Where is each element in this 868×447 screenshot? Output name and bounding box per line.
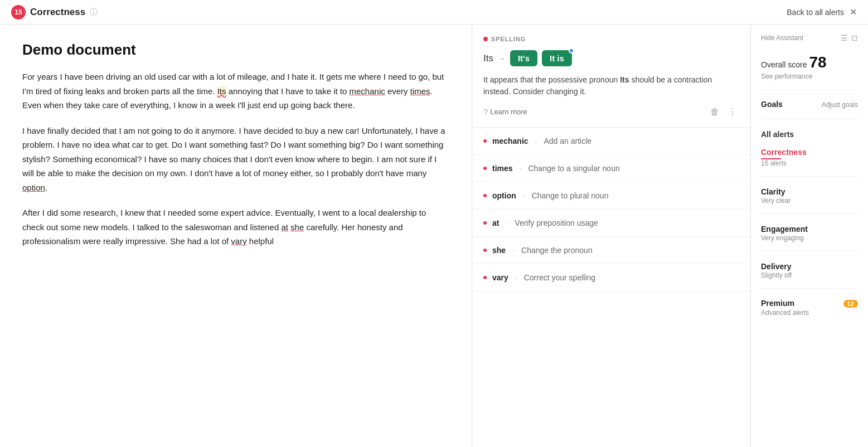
spelling-card: SPELLING Its → It's It is It appears tha… (472, 25, 750, 128)
goals-title[interactable]: Goals (761, 100, 783, 109)
engagement-section: Engagement Very engaging (761, 224, 858, 251)
alert-list: mechanic · Add an article times · Change… (472, 128, 750, 291)
card-description: It appears that the possessive pronoun I… (483, 74, 739, 98)
clarity-sub: Very clear (761, 197, 858, 205)
score-value-row: Overall score 78 (761, 54, 858, 71)
top-bar-right: Back to all alerts ✕ (787, 7, 857, 17)
original-word: Its (483, 53, 493, 64)
mechanic-underline: mechanic (350, 86, 385, 96)
overall-score-number: 78 (809, 54, 826, 71)
adjust-goals-link[interactable]: Adjust goals (822, 101, 858, 109)
arrow-icon: → (498, 54, 506, 63)
top-bar: 15 Correctness ⓘ Back to all alerts ✕ (0, 0, 868, 25)
vary-underline: vary (231, 236, 246, 246)
overall-score-label: Overall score (761, 60, 807, 69)
alert-suggestion: Verify preposition usage (515, 218, 598, 227)
document-title: Demo document (22, 41, 449, 59)
alert-separator: · (515, 273, 517, 282)
spelling-label-row: SPELLING (483, 36, 739, 42)
learn-more-link[interactable]: ? Learn more (483, 107, 527, 116)
its-highlight[interactable]: Its (217, 86, 226, 96)
engagement-sub: Very engaging (761, 234, 858, 242)
document-area: Demo document For years I have been driv… (0, 25, 472, 447)
alert-separator: · (523, 191, 525, 200)
all-alerts-link[interactable]: All alerts (761, 130, 794, 139)
clarity-section: Clarity Very clear (761, 187, 858, 214)
list-icon: ☰ (841, 33, 848, 42)
learn-more-text: Learn more (490, 108, 527, 116)
close-button[interactable]: ✕ (850, 7, 857, 17)
top-bar-title: Correctness (30, 7, 85, 18)
sidebar-header: Hide Assistant ☰ ⊡ (761, 33, 858, 42)
she-underline: she (290, 222, 304, 232)
right-sidebar: Hide Assistant ☰ ⊡ Overall score 78 See … (751, 25, 868, 447)
alert-dot (483, 167, 487, 170)
paragraph-3: After I did some research, I knew that I… (22, 206, 449, 249)
card-desc-before: It appears that the possessive pronoun (483, 75, 620, 84)
alert-dot (483, 249, 487, 252)
premium-badge: 12 (843, 300, 858, 308)
alert-word: option (492, 191, 516, 200)
alert-item-vary[interactable]: vary · Correct your spelling (472, 264, 750, 291)
premium-section: Premium 12 Advanced alerts (761, 299, 858, 325)
question-icon: ? (483, 107, 488, 116)
correctness-alerts-count: 15 alerts (761, 159, 858, 167)
premium-sub: Advanced alerts (761, 309, 858, 317)
suggestion-btn-1[interactable]: It's (510, 50, 537, 66)
alert-word: times (492, 164, 513, 173)
alert-item-she[interactable]: she · Change the pronoun (472, 237, 750, 264)
alert-item-option[interactable]: option · Change to plural noun (472, 182, 750, 210)
hide-assistant-link[interactable]: Hide Assistant (761, 34, 803, 42)
document-body: For years I have been driving an old use… (22, 70, 449, 249)
option-underline: option (22, 183, 45, 192)
alert-item-times[interactable]: times · Change to a singular noun (472, 155, 750, 182)
score-section: Overall score 78 See performance (761, 54, 858, 90)
correctness-nav-title[interactable]: Correctness (761, 148, 807, 157)
layout-icon: ⊡ (851, 33, 858, 42)
correctness-section: Correctness 15 alerts (761, 147, 858, 177)
alert-suggestion: Change the pronoun (521, 246, 593, 255)
premium-row: Premium 12 (761, 299, 858, 309)
delivery-section: Delivery Slightly off (761, 261, 858, 289)
premium-nav-title[interactable]: Premium (761, 299, 794, 308)
info-icon[interactable]: ⓘ (90, 7, 98, 17)
alert-suggestion: Change to plural noun (532, 191, 609, 200)
top-bar-left: 15 Correctness ⓘ (11, 5, 98, 20)
goals-row: Goals Adjust goals (761, 100, 858, 110)
engagement-nav-title[interactable]: Engagement (761, 225, 808, 234)
alert-suggestion: Change to a singular noun (528, 164, 619, 173)
alert-suggestion: Add an article (544, 137, 591, 145)
alert-suggestion: Correct your spelling (524, 273, 595, 282)
more-options-button[interactable]: ⋮ (726, 105, 739, 118)
spelling-dot (483, 37, 488, 41)
correctness-badge: 15 (11, 5, 26, 20)
card-footer: ? Learn more 🗑 ⋮ (483, 105, 739, 118)
sidebar-icons: ☰ ⊡ (841, 33, 858, 42)
paragraph-1: For years I have been driving an old use… (22, 70, 449, 113)
alert-dot (483, 139, 487, 143)
alert-separator: · (506, 218, 508, 227)
goals-section: Goals Adjust goals (761, 100, 858, 119)
alert-item-mechanic[interactable]: mechanic · Add an article (472, 128, 750, 155)
alert-dot (483, 221, 487, 225)
paragraph-2: I have finally decided that I am not goi… (22, 124, 449, 195)
blue-dot-indicator (569, 48, 574, 54)
times-underline: times (410, 86, 430, 96)
alert-word: at (492, 218, 499, 227)
alert-dot (483, 194, 487, 197)
delivery-nav-title[interactable]: Delivery (761, 262, 791, 271)
suggestion-btn-2[interactable]: It is (542, 50, 572, 66)
suggestion-row: Its → It's It is (483, 50, 739, 66)
see-performance-link[interactable]: See performance (761, 72, 858, 80)
alert-separator: · (512, 246, 515, 255)
card-actions: 🗑 ⋮ (708, 105, 739, 118)
alert-word: mechanic (492, 137, 528, 145)
alert-separator: · (520, 164, 522, 173)
alert-dot (483, 276, 487, 279)
delete-button[interactable]: 🗑 (708, 106, 721, 118)
card-desc-bold: Its (620, 75, 629, 84)
clarity-nav-title[interactable]: Clarity (761, 187, 785, 196)
alert-item-at[interactable]: at · Verify preposition usage (472, 210, 750, 237)
at-underline: at (281, 222, 288, 232)
back-to-all-alerts-link[interactable]: Back to all alerts (787, 8, 844, 17)
